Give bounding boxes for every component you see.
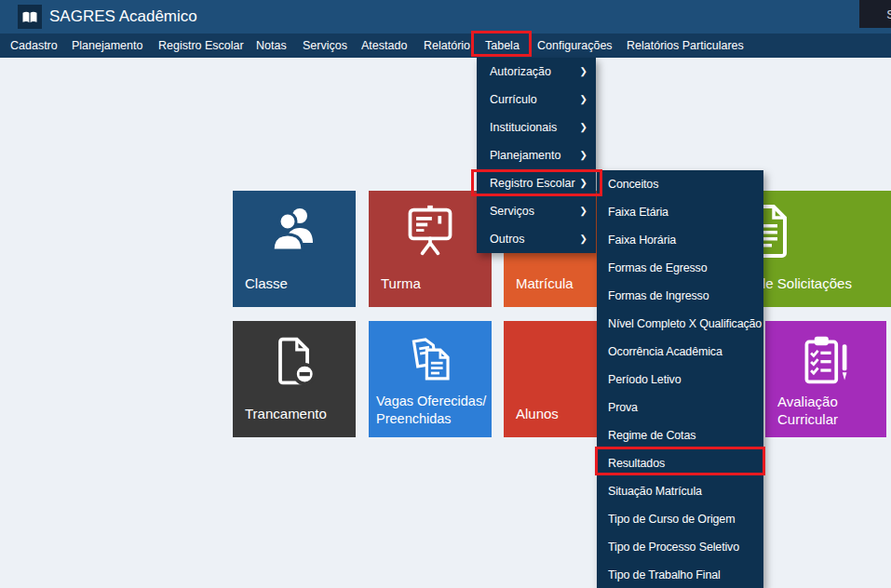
- tile-label: Classe: [245, 274, 288, 292]
- submenu-item-situacao-matricula[interactable]: Situação Matrícula: [597, 477, 763, 505]
- dropdown-item-servicos[interactable]: Serviços❯: [477, 197, 596, 225]
- chevron-right-icon: ❯: [580, 86, 587, 114]
- documents-copy-icon: [403, 334, 457, 386]
- submenu-item-regime-de-cotas[interactable]: Regime de Cotas: [597, 421, 763, 449]
- tile-classe[interactable]: Classe: [233, 191, 356, 307]
- dropdown-item-autorizacao[interactable]: Autorização❯: [477, 58, 596, 86]
- tabela-dropdown-menu: Autorização❯ Currículo❯ Institucionais❯ …: [477, 58, 596, 253]
- chevron-right-icon: ❯: [580, 58, 587, 86]
- registro-escolar-submenu: Conceitos Faixa Etária Faixa Horária For…: [597, 170, 763, 588]
- sagres-app-window: SAGRES Acadêmico S Cadastro Planejamento…: [0, 0, 891, 588]
- menubar-item-notas[interactable]: Notas: [256, 33, 287, 58]
- dropdown-item-planejamento[interactable]: Planejamento❯: [477, 141, 596, 169]
- tile-label: le Solicitações: [763, 274, 852, 292]
- submenu-item-faixa-horaria[interactable]: Faixa Horária: [597, 226, 763, 254]
- tile-vagas[interactable]: Vagas Oferecidas/ Preenchidas: [369, 321, 492, 437]
- chevron-right-icon: ❯: [580, 169, 587, 197]
- submenu-item-tipo-de-curso-de-origem[interactable]: Tipo de Curso de Origem: [597, 505, 763, 533]
- presentation-board-icon: [402, 204, 458, 258]
- tile-label: Vagas Oferecidas/ Preenchidas: [376, 393, 486, 428]
- chevron-right-icon: ❯: [580, 197, 587, 225]
- submenu-item-formas-de-ingresso[interactable]: Formas de Ingresso: [597, 282, 763, 310]
- app-logo: [18, 5, 42, 29]
- menubar-item-relatorios-particulares[interactable]: Relatórios Particulares: [627, 33, 744, 58]
- chevron-right-icon: ❯: [580, 114, 587, 141]
- chevron-right-icon: ❯: [580, 225, 587, 253]
- submenu-item-nivel-completo-x-qualificacao[interactable]: Nível Completo X Qualificação: [597, 310, 763, 338]
- main-menubar: Cadastro Planejamento Registro Escolar N…: [0, 33, 891, 58]
- submenu-item-formas-de-egresso[interactable]: Formas de Egresso: [597, 254, 763, 282]
- tile-label: Matrícula: [516, 274, 574, 292]
- dropdown-item-registro-escolar[interactable]: Registro Escolar❯: [477, 169, 596, 197]
- tile-trancamento[interactable]: Trancamento: [233, 321, 356, 437]
- submenu-item-resultados[interactable]: Resultados: [597, 449, 763, 477]
- submenu-item-tipo-de-trabalho-final[interactable]: Tipo de Trabalho Final: [597, 561, 763, 588]
- dropdown-item-outros[interactable]: Outros❯: [477, 225, 596, 253]
- chevron-right-icon: ❯: [580, 141, 587, 169]
- menubar-item-tabela[interactable]: Tabela: [485, 33, 520, 58]
- menubar-item-configuracoes[interactable]: Configurações: [537, 33, 613, 58]
- user-menu-label: S: [886, 7, 891, 21]
- dropdown-item-institucionais[interactable]: Institucionais❯: [477, 114, 596, 141]
- submenu-item-periodo-letivo[interactable]: Período Letivo: [597, 366, 763, 394]
- clipboard-pen-icon: [798, 334, 854, 388]
- tile-label: Turma: [381, 274, 421, 292]
- submenu-item-faixa-etaria[interactable]: Faixa Etária: [597, 198, 763, 226]
- tile-avaliacao[interactable]: Avaliação Curricular: [765, 321, 886, 437]
- submenu-item-conceitos[interactable]: Conceitos: [597, 170, 763, 198]
- submenu-item-ocorrencia-academica[interactable]: Ocorrência Acadêmica: [597, 338, 763, 366]
- app-header: SAGRES Acadêmico S: [0, 0, 891, 33]
- tile-label: Alunos: [516, 405, 559, 422]
- dropdown-item-curriculo[interactable]: Currículo❯: [477, 86, 596, 114]
- menubar-item-registro-escolar[interactable]: Registro Escolar: [158, 33, 244, 58]
- menubar-item-atestado[interactable]: Atestado: [361, 33, 407, 58]
- tile-label: Avaliação Curricular: [777, 393, 838, 428]
- people-icon: [264, 204, 324, 256]
- user-menu-partial[interactable]: S: [859, 0, 891, 28]
- tile-label: Trancamento: [245, 405, 327, 422]
- page-title: SAGRES Acadêmico: [49, 0, 197, 33]
- menubar-item-cadastro[interactable]: Cadastro: [10, 33, 58, 58]
- tile-turma[interactable]: Turma: [369, 191, 492, 307]
- menubar-item-planejamento[interactable]: Planejamento: [72, 33, 142, 58]
- menubar-item-servicos[interactable]: Serviços: [303, 33, 347, 58]
- open-book-icon: [21, 10, 38, 24]
- document-minus-icon: [266, 334, 322, 388]
- menubar-item-relatorio[interactable]: Relatório: [424, 33, 470, 58]
- submenu-item-prova[interactable]: Prova: [597, 394, 763, 421]
- submenu-item-tipo-de-processo-seletivo[interactable]: Tipo de Processo Seletivo: [597, 533, 763, 561]
